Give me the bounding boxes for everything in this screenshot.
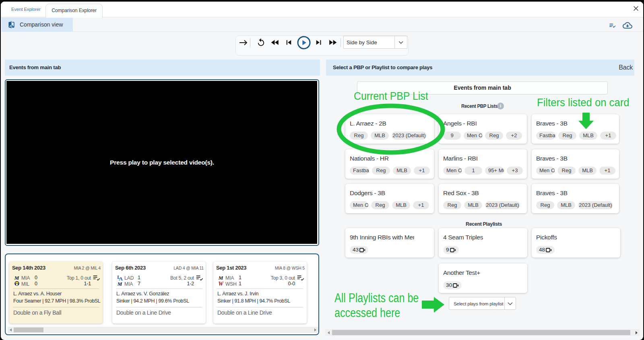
svg-text:A: A [119,276,122,281]
